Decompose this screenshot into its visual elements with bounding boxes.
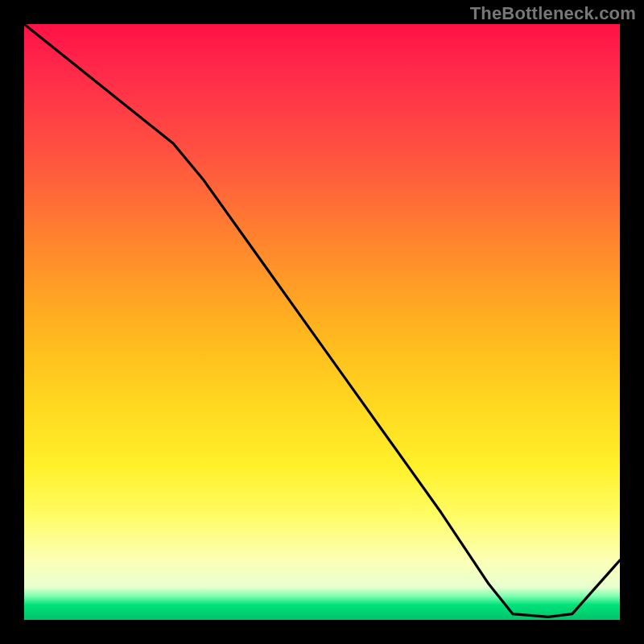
bottleneck-curve [24, 24, 620, 620]
chart-stage: TheBottleneck.com [0, 0, 644, 644]
plot-area [24, 24, 620, 620]
curve-path [24, 24, 620, 617]
attribution-text: TheBottleneck.com [470, 3, 636, 24]
